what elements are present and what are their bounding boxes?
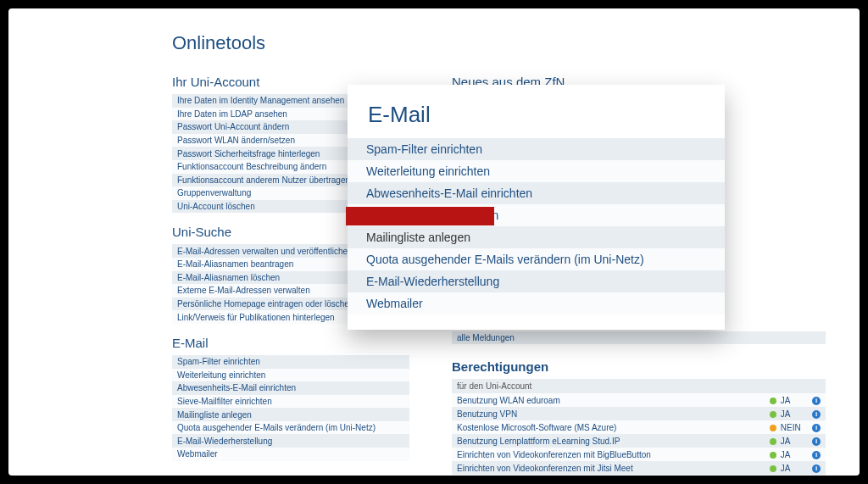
status-dot-green-icon <box>770 438 776 445</box>
perm-status: NEIN <box>765 475 807 476</box>
perm-table: Benutzung WLAN eduroam JAiBenutzung VPN … <box>452 393 826 476</box>
perm-intro: für den Uni-Account <box>452 379 826 393</box>
perm-heading: Berechtigungen <box>452 359 826 374</box>
perm-info[interactable]: i <box>807 434 826 448</box>
popup-item[interactable]: E-Mail-Wiederherstellung <box>348 270 725 292</box>
perm-status: JA <box>765 407 807 420</box>
perm-status: JA <box>765 434 807 448</box>
email-popup: E-Mail Spam-Filter einrichtenWeiterleitu… <box>348 85 725 330</box>
alle-meldungen-link[interactable]: alle Meldungen <box>452 331 826 344</box>
page-title: Onlinetools <box>172 32 860 54</box>
perm-label: Benutzung VPN <box>452 407 765 420</box>
status-dot-orange-icon <box>770 425 776 431</box>
perm-label: Kostenlose Microsoft-Software (MS Azure) <box>452 420 765 434</box>
perm-info[interactable]: i <box>807 475 826 476</box>
perm-status: JA <box>765 393 807 407</box>
info-icon[interactable]: i <box>812 424 821 432</box>
popup-item[interactable]: Weiterleitung einrichten <box>348 160 725 182</box>
perm-info[interactable]: i <box>807 461 826 475</box>
perm-info[interactable]: i <box>807 448 826 461</box>
status-dot-green-icon <box>770 465 776 472</box>
info-icon[interactable]: i <box>812 397 821 405</box>
info-icon[interactable]: i <box>812 410 821 419</box>
list-item[interactable]: Spam-Filter einrichten <box>172 355 409 369</box>
list-item[interactable]: Weiterleitung einrichten <box>172 369 409 382</box>
info-icon[interactable]: i <box>812 465 821 473</box>
perm-info[interactable]: i <box>807 420 826 434</box>
perm-row[interactable]: Benutzung WLAN eduroam JAi <box>452 393 826 407</box>
perm-info[interactable]: i <box>807 393 826 407</box>
email-list: Spam-Filter einrichtenWeiterleitung einr… <box>172 355 409 461</box>
perm-label: Benutzung WLAN eduroam <box>452 393 765 407</box>
section-wlan-heading: WLAN <box>172 473 409 476</box>
list-item[interactable]: Mailingliste anlegen <box>172 408 409 421</box>
popup-item[interactable]: Abwesenheits-E-Mail einrichten <box>348 182 725 204</box>
status-dot-green-icon <box>770 398 776 404</box>
list-item[interactable]: E-Mail-Wiederherstellung <box>172 434 409 448</box>
list-item[interactable]: Abwesenheits-E-Mail einrichten <box>172 381 409 395</box>
popup-item[interactable]: Sieve-Mailfilter einrichten <box>348 204 725 226</box>
status-dot-green-icon <box>770 452 776 459</box>
perm-label: Einrichten von Videokonferenzen mit Jits… <box>452 461 765 475</box>
popup-item[interactable]: Spam-Filter einrichten <box>348 138 725 160</box>
perm-label: Benutzung Lernplattform eLearning Stud.I… <box>452 434 765 448</box>
info-icon[interactable]: i <box>812 437 821 446</box>
list-item[interactable]: Quota ausgehender E-Mails verändern (im … <box>172 421 409 435</box>
popup-item[interactable]: Webmailer <box>348 292 725 314</box>
popup-heading: E-Mail <box>348 98 725 138</box>
perm-row[interactable]: Einrichten von Videokonferenzen mit BigB… <box>452 448 826 461</box>
perm-row[interactable]: Einrichten von Videokonferenzen mit Jits… <box>452 461 826 475</box>
perm-info[interactable]: i <box>807 407 826 420</box>
perm-row[interactable]: Kostenlose Microsoft-Software (MS Azure)… <box>452 420 826 434</box>
popup-item[interactable]: Mailingliste anlegen <box>348 226 725 248</box>
list-item[interactable]: Webmailer <box>172 448 409 461</box>
popup-list: Spam-Filter einrichtenWeiterleitung einr… <box>348 138 725 314</box>
perm-row[interactable]: Benutzung DFNvc - Video-Webkonferenzdien… <box>452 475 826 476</box>
info-icon[interactable]: i <box>812 451 821 459</box>
perm-status: JA <box>765 461 807 475</box>
perm-status: NEIN <box>765 420 807 434</box>
perm-row[interactable]: Benutzung VPN JAi <box>452 407 826 420</box>
page-panel: Onlinetools Ihr Uni-Account Ihre Daten i… <box>8 8 860 476</box>
perm-label: Benutzung DFNvc - Video-Webkonferenzdien… <box>452 475 765 476</box>
perm-label: Einrichten von Videokonferenzen mit BigB… <box>452 448 765 461</box>
perm-row[interactable]: Benutzung Lernplattform eLearning Stud.I… <box>452 434 826 448</box>
list-item[interactable]: Sieve-Mailfilter einrichten <box>172 395 409 409</box>
popup-item[interactable]: Quota ausgehender E-Mails verändern (im … <box>348 248 725 270</box>
status-dot-green-icon <box>770 411 776 418</box>
perm-status: JA <box>765 448 807 461</box>
section-email-heading: E-Mail <box>172 336 409 350</box>
